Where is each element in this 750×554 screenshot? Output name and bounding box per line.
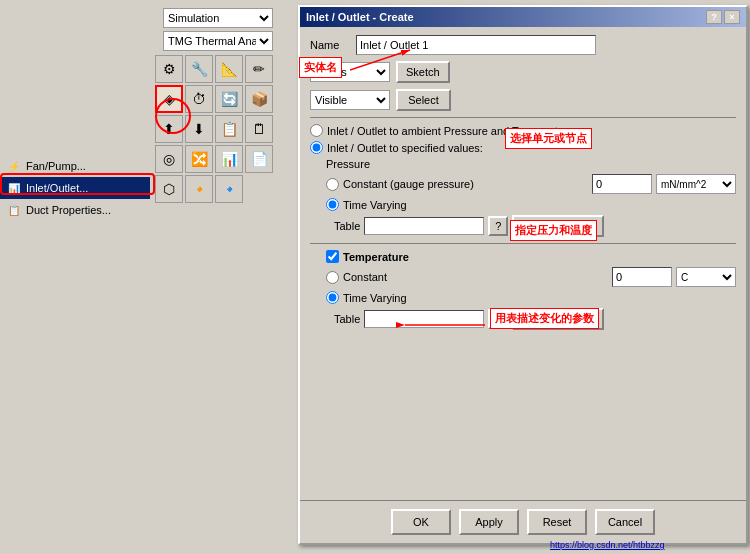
tool-icon-19[interactable]: 🔹 [215, 175, 243, 203]
tool-icon-10[interactable]: ⬇ [185, 115, 213, 143]
left-panel: Simulation TMG Thermal Anal ▼ ⚙ 🔧 📐 ✏ ◈ … [0, 0, 290, 554]
temperature-label: Temperature [343, 251, 409, 263]
dialog-body: Name Nodes Sketch Visible Select Inlet /… [300, 27, 746, 342]
separator-2 [310, 243, 736, 244]
annotation-time-table: 用表描述变化的参数 [490, 308, 599, 329]
dialog-titlebar: Inlet / Outlet - Create ? × [300, 7, 746, 27]
nodes-row: Nodes Sketch [310, 61, 736, 83]
tool-icon-15[interactable]: 📊 [215, 145, 243, 173]
sketch-btn[interactable]: Sketch [396, 61, 450, 83]
temp-time-varying-row: Time Varying [326, 291, 736, 304]
menu-fan-pump[interactable]: ⚡ Fan/Pump... [0, 155, 150, 177]
tool-icon-6[interactable]: ⏱ [185, 85, 213, 113]
tool-icon-17[interactable]: ⬡ [155, 175, 183, 203]
icon-row-3: ⬆ ⬇ 📋 🗒 [155, 115, 285, 143]
tool-icon-2[interactable]: 🔧 [185, 55, 213, 83]
table-help-btn[interactable]: ? [488, 216, 508, 236]
time-varying-row: Time Varying [326, 198, 736, 211]
menu-inlet-outlet[interactable]: 📊 Inlet/Outlet... [0, 177, 150, 199]
temp-time-varying-label: Time Varying [343, 292, 407, 304]
ok-btn[interactable]: OK [391, 509, 451, 535]
icon-row-4: ◎ 🔀 📊 📄 [155, 145, 285, 173]
tool-icon-1[interactable]: ⚙ [155, 55, 183, 83]
temp-unit-dropdown[interactable]: C [676, 267, 736, 287]
constant-row: Constant (gauge pressure) mN/mm^2 [326, 174, 736, 194]
constant-value-input[interactable] [592, 174, 652, 194]
toolbar-dropdowns: Simulation TMG Thermal Anal ▼ [155, 4, 290, 55]
apply-btn[interactable]: Apply [459, 509, 519, 535]
titlebar-buttons: ? × [706, 10, 740, 24]
inlet-outlet-icon: 📊 [6, 180, 22, 196]
icon-row-5: ⬡ 🔸 🔹 [155, 175, 285, 203]
duct-properties-icon: 📋 [6, 202, 22, 218]
annotation-select-node: 选择单元或节点 [505, 128, 592, 149]
unit-dropdown[interactable]: mN/mm^2 [656, 174, 736, 194]
icon-row-1: ⚙ 🔧 📐 ✏ [155, 55, 285, 83]
thermal-dropdown[interactable]: TMG Thermal Anal ▼ [163, 31, 273, 51]
temp-constant-label: Constant [343, 271, 608, 283]
table-label: Table [334, 220, 360, 232]
help-titlebar-btn[interactable]: ? [706, 10, 722, 24]
icon-row-2: ◈ ⏱ 🔄 📦 [155, 85, 285, 113]
time-varying-label: Time Varying [343, 199, 407, 211]
radio-temp-time-varying[interactable] [326, 291, 339, 304]
temp-constant-value-input[interactable] [612, 267, 672, 287]
separator-1 [310, 117, 736, 118]
tool-icon-11[interactable]: 📋 [215, 115, 243, 143]
pressure-label: Pressure [326, 158, 736, 170]
name-label: Name [310, 39, 350, 51]
toolbar-icons: ⚙ 🔧 📐 ✏ ◈ ⏱ 🔄 📦 ⬆ ⬇ 📋 🗒 ◎ 🔀 📊 📄 ⬡ 🔸 🔹 [155, 55, 285, 205]
select-btn[interactable]: Select [396, 89, 451, 111]
table-input[interactable] [364, 217, 484, 235]
dialog-inlet-outlet: Inlet / Outlet - Create ? × Name Nodes S… [298, 5, 748, 545]
cancel-btn[interactable]: Cancel [595, 509, 655, 535]
dialog-title: Inlet / Outlet - Create [306, 11, 414, 23]
menu-duct-properties[interactable]: 📋 Duct Properties... [0, 199, 150, 221]
temp-table-label: Table [334, 313, 360, 325]
radio-time-varying[interactable] [326, 198, 339, 211]
temperature-check-row: Temperature [326, 250, 736, 263]
radio-specified[interactable] [310, 141, 323, 154]
url-bar: https://blog.csdn.net/htbbzzg [548, 538, 748, 552]
radio-temp-constant[interactable] [326, 271, 339, 284]
tool-icon-4[interactable]: ✏ [245, 55, 273, 83]
menu-items: ⚡ Fan/Pump... 📊 Inlet/Outlet... 📋 Duct P… [0, 155, 150, 221]
name-row: Name [310, 35, 736, 55]
constant-label: Constant (gauge pressure) [343, 178, 588, 190]
visible-row: Visible Select [310, 89, 736, 111]
visible-dropdown[interactable]: Visible [310, 90, 390, 110]
radio-constant[interactable] [326, 178, 339, 191]
tool-icon-13[interactable]: ◎ [155, 145, 183, 173]
tool-icon-8[interactable]: 📦 [245, 85, 273, 113]
annotation-entity-name: 实体名 [299, 57, 342, 78]
annotation-specified-pressure: 指定压力和温度 [510, 220, 597, 241]
simulation-dropdown[interactable]: Simulation [163, 8, 273, 28]
tool-icon-9[interactable]: ⬆ [155, 115, 183, 143]
tool-icon-18[interactable]: 🔸 [185, 175, 213, 203]
tool-icon-16[interactable]: 📄 [245, 145, 273, 173]
tool-icon-3[interactable]: 📐 [215, 55, 243, 83]
reset-btn[interactable]: Reset [527, 509, 587, 535]
temp-constant-row: Constant C [326, 267, 736, 287]
tool-icon-7[interactable]: 🔄 [215, 85, 243, 113]
name-input[interactable] [356, 35, 596, 55]
temperature-checkbox[interactable] [326, 250, 339, 263]
tool-icon-5[interactable]: ◈ [155, 85, 183, 113]
close-titlebar-btn[interactable]: × [724, 10, 740, 24]
temp-table-input[interactable] [364, 310, 484, 328]
tool-icon-12[interactable]: 🗒 [245, 115, 273, 143]
tool-icon-14[interactable]: 🔀 [185, 145, 213, 173]
radio-specified-label: Inlet / Outlet to specified values: [327, 142, 483, 154]
fan-pump-icon: ⚡ [6, 158, 22, 174]
dialog-buttons: OK Apply Reset Cancel [300, 500, 746, 535]
radio-ambient[interactable] [310, 124, 323, 137]
